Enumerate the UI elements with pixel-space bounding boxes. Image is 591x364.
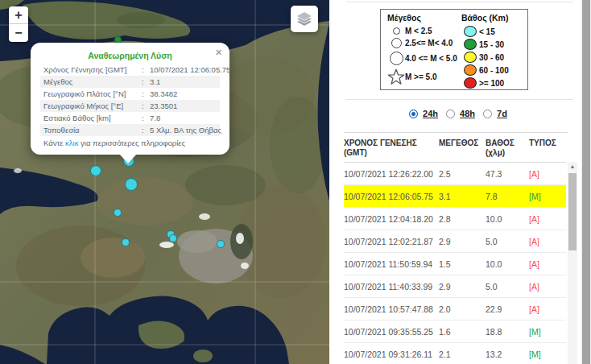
popup-row-origin-time: Χρόνος Γέννησης [GMT]:10/07/2021 12:06:0… (40, 64, 220, 76)
layers-icon (295, 10, 314, 29)
zoom-in-button[interactable]: + (9, 6, 28, 24)
depth-dot-green (464, 39, 477, 50)
header-magnitude: ΜΕΓΕΘΟΣ (439, 137, 486, 163)
popup-row-latitude: Γεωγραφικό Πλάτος [°N]:38.3482 (40, 88, 220, 100)
table-row[interactable]: 10/07/2021 11:50:59.941.510.0[A] (344, 253, 566, 275)
earthquake-popup: × Αναθεωρημένη Λύση Χρόνος Γέννησης [GMT… (31, 43, 229, 155)
large-circle-icon (390, 52, 403, 65)
header-depth: ΒΑΘΟΣ (χλμ) (486, 137, 529, 163)
depth-dot-orange (464, 64, 477, 76)
more-info-link[interactable]: κλικ (65, 139, 78, 147)
earthquake-table: ΧΡΟΝΟΣ ΓΕΝΕΣΗΣ (GMT) ΜΕΓΕΘΟΣ ΒΑΘΟΣ (χλμ)… (344, 137, 566, 364)
earthquake-marker[interactable] (217, 240, 225, 248)
zoom-out-button[interactable]: − (9, 24, 28, 42)
radio-7d[interactable] (483, 110, 492, 118)
table-scrollbar[interactable]: ▲ (568, 162, 577, 364)
legend-magnitude-column: Μέγεθος M < 2.5 2.5<= M< 4.0 4.0 <= M < … (387, 12, 461, 89)
section-divider (344, 132, 568, 133)
table-row[interactable]: 10/07/2021 09:31:26.112.113.2[M] (344, 343, 566, 364)
table-row[interactable]: 10/07/2021 12:04:18.202.810.0[A] (344, 208, 566, 230)
earthquake-marker[interactable] (169, 234, 177, 242)
radio-24h[interactable] (409, 110, 418, 118)
close-icon[interactable]: × (215, 46, 222, 58)
legend-item-depth-1: 15 - 30 (461, 38, 509, 51)
layers-button[interactable] (291, 6, 318, 32)
popup-pointer (119, 154, 137, 163)
earthquake-monitor-screen: + − × Αναθεωρημένη Λύση Χρόνος Γέννησης … (0, 0, 591, 364)
scroll-up-icon[interactable]: ▲ (568, 162, 577, 172)
radio-48h-label[interactable]: 48h (460, 109, 475, 118)
legend-item-depth-4: >= 100 (461, 77, 509, 89)
radio-48h[interactable] (446, 110, 455, 118)
page-scrollbar[interactable] (581, 0, 591, 364)
depth-dot-yellow (464, 52, 477, 63)
map-zoom-control: + − (9, 6, 28, 42)
table-scrollbar-thumb[interactable] (568, 173, 577, 250)
star-icon (387, 68, 405, 86)
legend-item-mag-medium: 2.5<= M< 4.0 (387, 36, 461, 50)
popup-row-depth: Εστιακό Βάθος [km]:7.8 (40, 112, 220, 124)
earthquake-marker[interactable] (125, 178, 138, 191)
table-row[interactable]: 10/07/2021 09:35:55.251.618.8[M] (344, 321, 566, 343)
popup-footer: Κάντε κλικ για περισσότερες πληροφορίες (40, 136, 220, 150)
legend: Μέγεθος M < 2.5 2.5<= M< 4.0 4.0 <= M < … (380, 9, 528, 90)
table-row[interactable]: 10/07/2021 12:26:22.002.547.3[A] (344, 163, 566, 185)
page-scrollbar-thumb[interactable] (582, 0, 590, 364)
table-row[interactable]: 10/07/2021 12:02:21.872.95.0[A] (344, 230, 566, 253)
table-row[interactable]: 10/07/2021 11:40:33.992.95.0[A] (344, 275, 566, 298)
legend-item-depth-3: 60 - 100 (461, 64, 509, 77)
legend-item-mag-large: 4.0 <= M < 5.0 (387, 50, 461, 66)
header-type: ΤΥΠΟΣ (529, 137, 566, 163)
earthquake-marker[interactable] (122, 238, 130, 246)
legend-item-depth-0: < 15 (461, 25, 509, 38)
table-header-row: ΧΡΟΝΟΣ ΓΕΝΕΣΗΣ (GMT) ΜΕΓΕΘΟΣ ΒΑΘΟΣ (χλμ)… (344, 137, 566, 163)
depth-dot-cyan (464, 26, 477, 37)
earthquake-marker[interactable] (114, 209, 122, 217)
popup-row-longitude: Γεωγραφικό Μήκος [°E]:23.3501 (40, 100, 220, 112)
radio-7d-label[interactable]: 7d (497, 109, 507, 118)
time-range-filter: 24h 48h 7d (346, 109, 573, 118)
popup-row-magnitude: Μέγεθος:3.1 (40, 76, 220, 88)
popup-row-location: Τοποθεσία:5 Χλμ. ΒΑ της Θήβας (40, 124, 220, 136)
satellite-map[interactable]: + − × Αναθεωρημένη Λύση Χρόνος Γέννησης … (0, 0, 329, 364)
small-circle-icon (393, 27, 400, 35)
legend-item-depth-2: 30 - 60 (461, 51, 509, 64)
popup-title: Αναθεωρημένη Λύση (40, 49, 220, 64)
radio-24h-label[interactable]: 24h (423, 109, 438, 118)
header-origin-time: ΧΡΟΝΟΣ ΓΕΝΕΣΗΣ (GMT) (344, 137, 439, 163)
legend-item-mag-small: M < 2.5 (387, 25, 461, 36)
depth-dot-red (464, 77, 477, 89)
earthquake-marker[interactable] (90, 165, 101, 176)
legend-magnitude-title: Μέγεθος (387, 12, 461, 23)
legend-item-mag-star: M >= 5.0 (387, 66, 461, 87)
legend-depth-column: Βάθος (Km) < 15 15 - 30 30 - 60 60 - 100… (461, 12, 509, 89)
table-row[interactable]: 10/07/2021 10:57:47.882.022.9[A] (344, 298, 566, 321)
table-row[interactable]: 10/07/2021 12:06:05.753.17.8[M] (344, 185, 566, 208)
legend-depth-title: Βάθος (Km) (461, 12, 509, 23)
medium-circle-icon (391, 38, 402, 48)
